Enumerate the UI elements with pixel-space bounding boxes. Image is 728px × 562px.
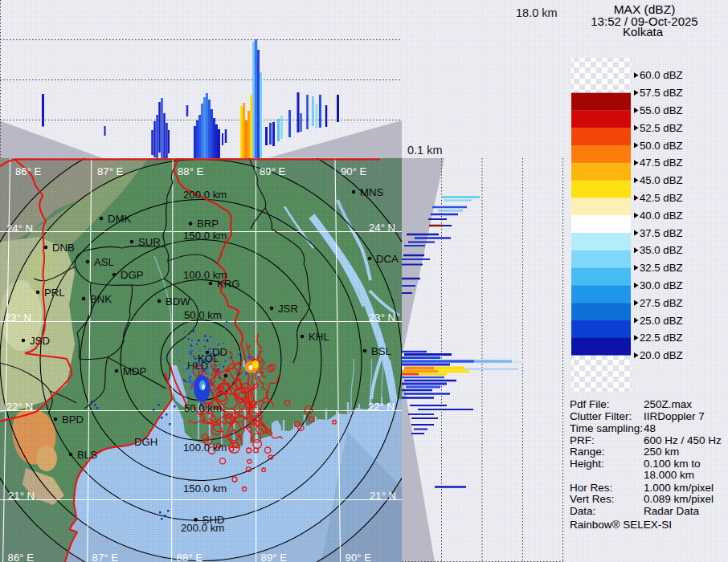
svg-text:PRL: PRL bbox=[44, 287, 65, 299]
svg-text:Hor Res:: Hor Res: bbox=[570, 482, 612, 494]
svg-text:Time sampling:: Time sampling: bbox=[570, 422, 643, 434]
svg-text:Clutter Filter:: Clutter Filter: bbox=[570, 410, 632, 422]
svg-text:ASL: ASL bbox=[94, 256, 114, 268]
svg-text:57.5 dBZ: 57.5 dBZ bbox=[640, 87, 683, 99]
svg-text:21° N: 21° N bbox=[8, 490, 35, 502]
svg-text:86° E: 86° E bbox=[8, 552, 35, 562]
svg-text:52.5 dBZ: 52.5 dBZ bbox=[640, 122, 683, 134]
svg-text:150.0 km: 150.0 km bbox=[183, 230, 227, 242]
svg-text:55.0 dBZ: 55.0 dBZ bbox=[640, 104, 683, 116]
svg-text:42.5 dBZ: 42.5 dBZ bbox=[640, 192, 683, 204]
svg-text:18.0 km: 18.0 km bbox=[516, 6, 558, 19]
svg-text:Vert Res:: Vert Res: bbox=[570, 493, 615, 505]
svg-text:0.100 km to: 0.100 km to bbox=[644, 458, 701, 470]
svg-text:JSR: JSR bbox=[278, 303, 298, 315]
svg-text:600 Hz / 450 Hz: 600 Hz / 450 Hz bbox=[644, 434, 722, 446]
svg-text:BRP: BRP bbox=[197, 218, 219, 230]
svg-text:87° E: 87° E bbox=[92, 552, 119, 562]
svg-text:87° E: 87° E bbox=[97, 165, 124, 177]
svg-text:60.0 dBZ: 60.0 dBZ bbox=[640, 69, 683, 81]
svg-text:Pdf File:: Pdf File: bbox=[570, 398, 610, 410]
svg-text:24° N: 24° N bbox=[6, 222, 33, 234]
svg-text:DGP: DGP bbox=[121, 269, 144, 281]
svg-text:200.0 km: 200.0 km bbox=[183, 189, 227, 201]
svg-text:PRF:: PRF: bbox=[570, 434, 595, 446]
svg-text:BNK: BNK bbox=[90, 293, 112, 305]
svg-text:45.0 dBZ: 45.0 dBZ bbox=[640, 174, 683, 186]
svg-text:HLD: HLD bbox=[187, 360, 208, 372]
svg-text:0.1 km: 0.1 km bbox=[407, 144, 443, 157]
svg-text:Range:: Range: bbox=[570, 446, 605, 458]
svg-text:SUR: SUR bbox=[138, 236, 161, 248]
svg-text:1.000 km/pixel: 1.000 km/pixel bbox=[644, 482, 714, 494]
svg-text:50.0 km: 50.0 km bbox=[184, 309, 222, 321]
svg-text:250Z.max: 250Z.max bbox=[644, 398, 692, 410]
svg-text:KHL: KHL bbox=[309, 331, 329, 343]
svg-text:MNS: MNS bbox=[360, 186, 384, 198]
svg-text:Kolkata: Kolkata bbox=[623, 25, 664, 39]
svg-text:21° N: 21° N bbox=[370, 490, 396, 502]
svg-text:0.089 km/pixel: 0.089 km/pixel bbox=[644, 493, 714, 505]
svg-text:30.0 dBZ: 30.0 dBZ bbox=[640, 279, 683, 291]
svg-text:47.5 dBZ: 47.5 dBZ bbox=[640, 157, 683, 169]
svg-text:150.0 km: 150.0 km bbox=[183, 483, 227, 495]
svg-text:MDP: MDP bbox=[123, 365, 147, 377]
svg-text:88° E: 88° E bbox=[177, 552, 203, 562]
svg-text:25.0 dBZ: 25.0 dBZ bbox=[640, 315, 683, 327]
svg-text:22.5 dBZ: 22.5 dBZ bbox=[640, 332, 683, 344]
svg-text:IIRDoppler 7: IIRDoppler 7 bbox=[644, 410, 705, 422]
svg-text:35.0 dBZ: 35.0 dBZ bbox=[640, 244, 683, 256]
svg-text:88° E: 88° E bbox=[178, 165, 204, 177]
svg-text:27.5 dBZ: 27.5 dBZ bbox=[640, 297, 683, 309]
svg-text:BDW: BDW bbox=[166, 295, 190, 307]
svg-text:BSL: BSL bbox=[371, 345, 391, 357]
svg-text:DCA: DCA bbox=[376, 253, 399, 265]
svg-text:23° N: 23° N bbox=[5, 312, 31, 324]
svg-text:23° N: 23° N bbox=[369, 312, 395, 324]
svg-text:JSD: JSD bbox=[30, 335, 50, 347]
svg-text:BPD: BPD bbox=[62, 413, 84, 426]
svg-text:18.000 km: 18.000 km bbox=[644, 469, 694, 481]
svg-text:37.5 dBZ: 37.5 dBZ bbox=[640, 227, 683, 239]
svg-text:BLS: BLS bbox=[77, 449, 97, 461]
svg-text:DMK: DMK bbox=[108, 213, 132, 225]
svg-text:22° N: 22° N bbox=[6, 401, 33, 413]
svg-text:Height:: Height: bbox=[570, 458, 604, 470]
svg-text:DNB: DNB bbox=[52, 242, 75, 254]
svg-text:90° E: 90° E bbox=[341, 165, 367, 177]
svg-text:40.0 dBZ: 40.0 dBZ bbox=[640, 210, 683, 222]
svg-text:89° E: 89° E bbox=[260, 165, 286, 177]
svg-text:DGH: DGH bbox=[134, 436, 157, 448]
svg-text:32.5 dBZ: 32.5 dBZ bbox=[640, 262, 683, 274]
svg-text:48: 48 bbox=[644, 422, 656, 434]
svg-text:SHD: SHD bbox=[202, 514, 225, 526]
svg-text:250 km: 250 km bbox=[644, 446, 679, 458]
svg-text:24° N: 24° N bbox=[369, 222, 395, 234]
svg-text:22° N: 22° N bbox=[368, 401, 395, 413]
svg-text:90° E: 90° E bbox=[346, 552, 372, 562]
svg-text:100.0 km: 100.0 km bbox=[183, 442, 227, 454]
svg-text:Rainbow® SELEX-SI: Rainbow® SELEX-SI bbox=[570, 519, 672, 531]
svg-text:50.0 dBZ: 50.0 dBZ bbox=[640, 140, 683, 152]
svg-text:Data:: Data: bbox=[570, 505, 595, 517]
svg-text:50.0 km: 50.0 km bbox=[184, 402, 222, 414]
svg-text:20.0 dBZ: 20.0 dBZ bbox=[640, 349, 683, 361]
svg-text:KRG: KRG bbox=[217, 278, 240, 290]
svg-text:Radar Data: Radar Data bbox=[644, 505, 700, 517]
svg-text:86° E: 86° E bbox=[15, 165, 42, 177]
svg-text:89° E: 89° E bbox=[261, 552, 288, 562]
